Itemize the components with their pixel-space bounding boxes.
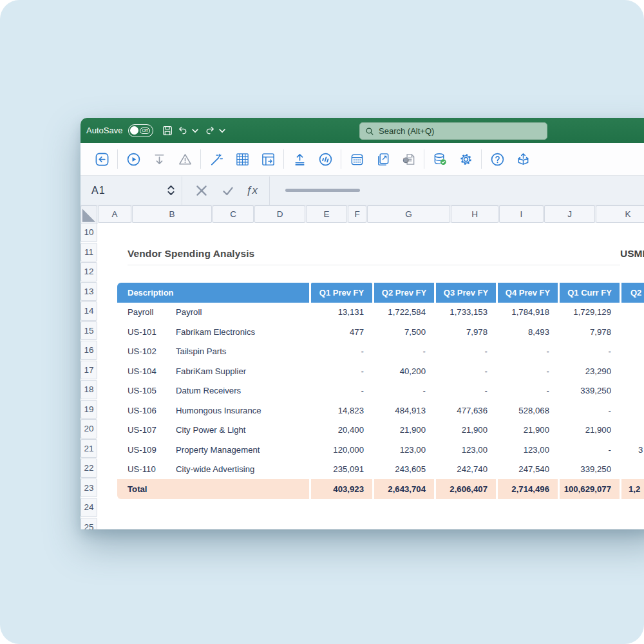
row-header-23[interactable]: 23 [80, 478, 97, 498]
vendor-description-cell[interactable]: US-107City Power & Light [117, 421, 309, 440]
row-header-18[interactable]: 18 [80, 380, 97, 399]
row-header-25[interactable]: 25 [80, 518, 97, 530]
value-cell[interactable]: 477 [311, 322, 372, 342]
column-header-C[interactable]: C [213, 205, 254, 223]
value-cell[interactable]: 242,740 [436, 460, 496, 480]
vendor-description-cell[interactable]: US-110City-wide Advertising [117, 460, 309, 480]
total-value-cell[interactable]: 2,643,704 [374, 479, 434, 499]
table-header-cell[interactable]: Description [117, 283, 309, 303]
vendor-description-cell[interactable]: US-105Datum Receivers [117, 381, 309, 401]
value-cell[interactable]: 3 [621, 440, 644, 460]
value-cell[interactable]: 123,00 [436, 440, 496, 460]
value-cell[interactable]: 21,900 [436, 421, 496, 440]
total-value-cell[interactable]: 100,629,077 [560, 479, 620, 499]
warning-icon[interactable] [177, 151, 193, 167]
value-cell[interactable]: 21,900 [560, 421, 620, 440]
vendor-description-cell[interactable]: US-101Fabrikam Electronics [117, 322, 309, 342]
row-header-16[interactable]: 16 [80, 341, 97, 360]
value-cell[interactable]: 1,729,129 [560, 303, 620, 323]
column-header-B[interactable]: B [132, 205, 212, 223]
value-cell[interactable]: 7,500 [374, 322, 434, 342]
column-header-F[interactable]: F [348, 205, 366, 223]
row-header-20[interactable]: 20 [80, 419, 97, 439]
value-cell[interactable]: 235,091 [311, 460, 372, 480]
value-cell[interactable]: 484,913 [374, 401, 434, 421]
value-cell[interactable]: 1,784,918 [498, 303, 558, 323]
share-box-icon[interactable] [515, 151, 531, 167]
total-label-cell[interactable]: Total [117, 479, 309, 499]
upload-icon[interactable] [292, 151, 307, 167]
column-header-K[interactable]: K [596, 205, 644, 223]
save-icon[interactable] [161, 124, 174, 137]
vendor-description-cell[interactable]: US-106Humongous Insurance [117, 401, 309, 421]
value-cell[interactable]: 339,250 [560, 381, 620, 401]
cell-name-box[interactable]: A1 [80, 184, 182, 196]
back-arrow-icon[interactable] [94, 151, 109, 167]
autosave-toggle[interactable]: Off [128, 124, 153, 137]
value-cell[interactable]: 14,823 [311, 401, 372, 421]
value-cell[interactable]: - [311, 342, 372, 362]
value-cell[interactable]: 477,636 [436, 401, 496, 421]
column-header-I[interactable]: I [499, 205, 544, 223]
value-cell[interactable] [621, 342, 644, 362]
value-cell[interactable]: - [436, 381, 496, 401]
vendor-description-cell[interactable]: US-102Tailspin Parts [117, 342, 309, 362]
row-header-22[interactable]: 22 [80, 459, 97, 478]
grid-icon[interactable] [234, 151, 250, 167]
value-cell[interactable]: - [498, 342, 558, 362]
value-cell[interactable] [621, 460, 644, 480]
undo-icon[interactable] [176, 124, 189, 137]
row-header-14[interactable]: 14 [80, 301, 97, 321]
row-header-19[interactable]: 19 [80, 400, 97, 419]
value-cell[interactable]: - [311, 361, 372, 381]
value-cell[interactable]: - [560, 342, 620, 362]
value-cell[interactable]: 40,200 [374, 361, 434, 381]
value-cell[interactable]: 13,131 [311, 303, 372, 323]
row-header-24[interactable]: 24 [80, 498, 97, 517]
value-cell[interactable] [621, 361, 644, 381]
table-switch-icon[interactable] [260, 151, 276, 167]
vendor-description-cell[interactable]: US-104FabriKam Supplier [117, 361, 309, 381]
value-cell[interactable]: 21,900 [374, 421, 434, 440]
value-cell[interactable]: - [374, 381, 434, 401]
total-value-cell[interactable]: 403,923 [311, 479, 372, 499]
insert-function-button[interactable]: ƒx [246, 184, 258, 197]
value-cell[interactable]: 123,00 [374, 440, 434, 460]
enter-check-icon[interactable] [221, 184, 235, 198]
value-cell[interactable]: 7,978 [560, 322, 620, 342]
value-cell[interactable] [621, 381, 644, 401]
row-header-13[interactable]: 13 [80, 282, 97, 301]
settings-gear-icon[interactable] [458, 151, 473, 167]
database-check-icon[interactable] [432, 151, 448, 167]
gauge-chart-icon[interactable] [317, 151, 333, 167]
redo-dropdown-chevron-icon[interactable] [219, 128, 225, 134]
row-header-11[interactable]: 11 [80, 243, 97, 262]
value-cell[interactable]: - [560, 401, 620, 421]
play-icon[interactable] [126, 151, 141, 167]
copy-doc-icon[interactable] [375, 151, 390, 167]
undo-dropdown-chevron-icon[interactable] [192, 128, 198, 134]
column-header-E[interactable]: E [306, 205, 347, 223]
row-header-17[interactable]: 17 [80, 361, 97, 380]
value-cell[interactable]: - [311, 381, 372, 401]
value-cell[interactable]: 120,000 [311, 440, 372, 460]
value-cell[interactable]: - [374, 342, 434, 362]
download-arrow-icon[interactable] [151, 151, 167, 167]
value-cell[interactable]: 20,400 [311, 421, 372, 440]
value-cell[interactable]: 243,605 [374, 460, 434, 480]
value-cell[interactable]: 247,540 [498, 460, 558, 480]
value-cell[interactable]: - [560, 440, 620, 460]
value-cell[interactable]: - [498, 361, 558, 381]
name-box-stepper-icon[interactable] [167, 184, 175, 196]
table-header-cell[interactable]: Q2 Prev FY [374, 283, 434, 303]
table-header-cell[interactable]: Q2 C [621, 283, 644, 303]
table-header-cell[interactable]: Q4 Prev FY [498, 283, 558, 303]
help-icon[interactable] [489, 151, 505, 167]
value-cell[interactable]: 1,722,584 [374, 303, 434, 323]
vendor-description-cell[interactable]: US-109Property Management [117, 440, 309, 460]
magic-wand-icon[interactable] [209, 151, 224, 167]
row-header-21[interactable]: 21 [80, 439, 97, 459]
value-cell[interactable] [621, 303, 644, 323]
value-cell[interactable]: 21,900 [498, 421, 558, 440]
word-export-icon[interactable]: W [401, 151, 416, 167]
